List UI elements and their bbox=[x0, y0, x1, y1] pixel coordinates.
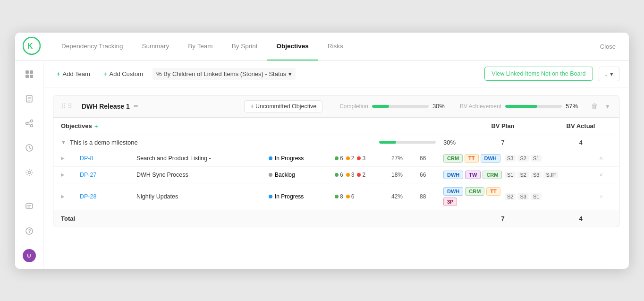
svg-rect-19 bbox=[26, 204, 33, 208]
bv-achievement-label: BV Achievement bbox=[460, 103, 501, 110]
table-row: ▶ DP-8 Search and Product Listing - In P… bbox=[53, 150, 619, 167]
tab-by-team[interactable]: By Team bbox=[178, 33, 222, 61]
add-custom-label: Add Custom bbox=[109, 70, 143, 77]
book-icon[interactable] bbox=[22, 91, 37, 106]
add-custom-button[interactable]: + Add Custom bbox=[100, 68, 147, 80]
tab-by-sprint[interactable]: By Sprint bbox=[222, 33, 267, 61]
svg-line-13 bbox=[28, 121, 30, 123]
milestone-row: ▼ This is a demo milestone 30% 7 4 bbox=[53, 135, 619, 150]
trash-icon[interactable]: 🗑 bbox=[589, 100, 600, 112]
item-id-dp28[interactable]: DP-28 bbox=[80, 193, 136, 200]
tab-risks[interactable]: Risks bbox=[318, 33, 353, 61]
objectives-col-header: Objectives + bbox=[61, 122, 456, 130]
item-name-dp28: Nightly Updates bbox=[136, 193, 269, 200]
total-label: Total bbox=[61, 215, 456, 222]
svg-point-18 bbox=[28, 171, 30, 173]
svg-point-12 bbox=[30, 124, 33, 127]
tab-dependency-tracking[interactable]: Dependency Tracking bbox=[52, 33, 133, 61]
svg-rect-3 bbox=[30, 70, 33, 74]
milestone-bv-plan: 7 bbox=[456, 139, 550, 146]
close-button[interactable]: Close bbox=[594, 39, 621, 54]
milestone-name: ▼ This is a demo milestone 30% bbox=[61, 139, 456, 146]
svg-point-11 bbox=[30, 120, 33, 122]
table-row: ▶ DP-28 Nightly Updates In Progress 8 6 … bbox=[53, 183, 619, 210]
milestone-collapse-icon[interactable]: ▼ bbox=[61, 139, 66, 145]
collapse-icon[interactable]: ▾ bbox=[604, 100, 611, 112]
download-icon: ↓ bbox=[605, 70, 608, 77]
item-expand-icon[interactable]: ▶ bbox=[61, 194, 80, 199]
status-dot-dp8 bbox=[269, 156, 272, 160]
tag-dwh3: DWH bbox=[443, 187, 463, 196]
item-remove-dp28[interactable]: × bbox=[599, 193, 613, 200]
settings-icon[interactable] bbox=[22, 165, 37, 180]
bv-achievement-section: BV Achievement 57% bbox=[460, 103, 578, 110]
chat-icon[interactable] bbox=[22, 199, 37, 214]
tag-crm2: CRM bbox=[483, 171, 502, 179]
item-status-dp28: In Progress bbox=[269, 193, 335, 200]
tag-dwh2: DWH bbox=[443, 171, 463, 179]
tag-3p: 3P bbox=[443, 198, 457, 206]
item-dots-dp8: 6 2 3 bbox=[335, 155, 391, 162]
svg-text:?: ? bbox=[28, 229, 31, 234]
add-team-button[interactable]: + Add Team bbox=[53, 68, 94, 80]
item-status-dp8: In Progress bbox=[269, 155, 335, 162]
tab-objectives[interactable]: Objectives bbox=[267, 33, 318, 61]
connect-icon[interactable] bbox=[22, 116, 37, 131]
item-dots-dp28: 8 6 bbox=[335, 193, 391, 200]
user-avatar[interactable]: U bbox=[22, 248, 37, 263]
total-bv-actual: 4 bbox=[550, 215, 611, 222]
logo[interactable]: K bbox=[23, 37, 52, 56]
tag-tw: TW bbox=[465, 171, 481, 179]
completion-pct: 30% bbox=[432, 103, 445, 110]
item-expand-icon[interactable]: ▶ bbox=[61, 155, 80, 161]
svg-rect-5 bbox=[30, 75, 33, 78]
add-team-label: Add Team bbox=[63, 70, 90, 77]
item-num-dp8: 66 bbox=[420, 155, 443, 162]
milestone-progress-bar bbox=[379, 141, 436, 144]
item-tags-dp27: DWH TW CRM bbox=[443, 171, 505, 179]
download-button[interactable]: ↓ ▾ bbox=[599, 67, 620, 81]
add-objective-icon[interactable]: + bbox=[94, 122, 98, 130]
item-sprints-dp27: S1 S2 S3 S.IP bbox=[505, 172, 599, 178]
tab-summary[interactable]: Summary bbox=[133, 33, 179, 61]
status-dot-dp28 bbox=[269, 195, 272, 198]
avatar-initials: U bbox=[27, 253, 31, 258]
completion-label: Completion bbox=[339, 103, 368, 110]
completion-progress-bar bbox=[372, 105, 429, 108]
tag-tt2: TT bbox=[486, 187, 500, 196]
bv-actual-heading: BV Actual bbox=[550, 122, 611, 129]
tag-crm3: CRM bbox=[465, 187, 484, 196]
view-linked-button[interactable]: View Linked Items Not on the Board bbox=[484, 67, 593, 81]
toolbar: + Add Team + Add Custom % By Children of… bbox=[43, 61, 629, 87]
item-remove-dp8[interactable]: × bbox=[599, 155, 613, 162]
svg-line-14 bbox=[28, 124, 30, 125]
total-bv-plan: 7 bbox=[456, 215, 550, 222]
clock-icon[interactable] bbox=[22, 140, 37, 155]
item-remove-dp27[interactable]: × bbox=[599, 171, 613, 179]
dropdown-icon: ▾ bbox=[610, 70, 613, 77]
item-sprints-dp8: S3 S2 S1 bbox=[505, 155, 599, 162]
release-title: DWH Release 1 ✏ bbox=[82, 103, 138, 110]
item-num-dp28: 88 bbox=[420, 193, 443, 200]
sidebar: ? U bbox=[15, 61, 43, 269]
top-nav: K Dependency Tracking Summary By Team By… bbox=[15, 33, 629, 61]
svg-rect-2 bbox=[25, 70, 29, 74]
svg-text:K: K bbox=[27, 42, 33, 50]
uncommitted-objective-button[interactable]: + Uncommitted Objective bbox=[244, 100, 322, 112]
grid-icon[interactable] bbox=[22, 67, 37, 82]
filter-dropdown[interactable]: % By Children of Linked Items (Stories) … bbox=[153, 68, 296, 80]
drag-handle-icon[interactable]: ⠿ ⠿ bbox=[61, 103, 72, 110]
bv-plan-heading: BV Plan bbox=[456, 122, 550, 129]
item-id-dp27[interactable]: DP-27 bbox=[80, 172, 136, 178]
bv-progress-bar bbox=[505, 105, 562, 108]
bv-achievement-pct: 57% bbox=[566, 103, 578, 110]
chevron-down-icon: ▾ bbox=[288, 70, 292, 77]
edit-icon[interactable]: ✏ bbox=[134, 103, 138, 110]
item-name-dp27: DWH Sync Process bbox=[136, 172, 269, 178]
item-tags-dp28: DWH CRM TT 3P bbox=[443, 187, 505, 206]
help-icon[interactable]: ? bbox=[22, 224, 37, 239]
item-id-dp8[interactable]: DP-8 bbox=[80, 155, 136, 162]
item-expand-icon[interactable]: ▶ bbox=[61, 172, 80, 177]
tag-dwh: DWH bbox=[481, 154, 500, 163]
release-block: ⠿ ⠿ DWH Release 1 ✏ + Uncommitted Object… bbox=[53, 95, 619, 227]
